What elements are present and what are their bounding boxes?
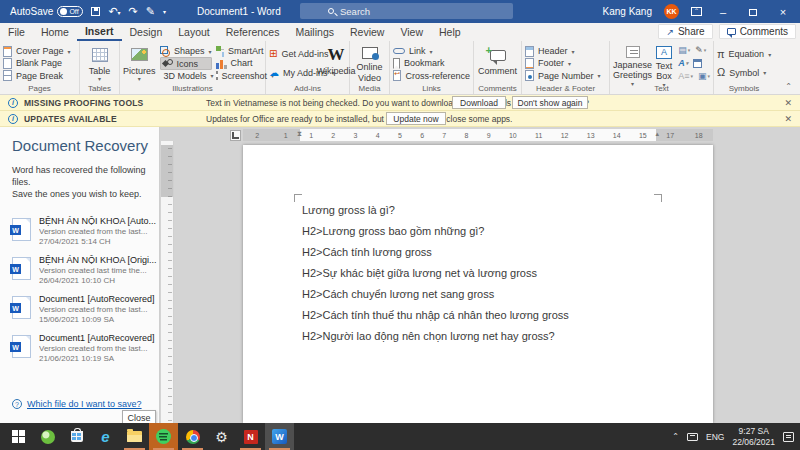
taskbar-file-explorer[interactable] xyxy=(120,423,149,450)
tab-review[interactable]: Review xyxy=(342,23,392,41)
text-line[interactable]: H2>Cách chuyển lương net sang gross xyxy=(302,283,673,304)
get-addins-button[interactable]: ⊞Get Add-ins xyxy=(269,48,321,61)
dont-show-again-button[interactable]: Don't show again xyxy=(512,96,588,109)
footer-button[interactable]: Footer▾ xyxy=(525,57,606,69)
document-page[interactable]: Lương gross là gì? H2>Lương gross bao gồ… xyxy=(243,145,713,423)
smartart-button[interactable]: SmartArt xyxy=(216,45,264,57)
collapse-ribbon-icon[interactable]: ⌃ xyxy=(785,82,792,91)
tray-monitor-icon[interactable] xyxy=(687,433,698,441)
vertical-ruler[interactable] xyxy=(161,141,174,423)
taskbar-green-app[interactable] xyxy=(33,423,62,450)
object-icon[interactable]: ▣▾ xyxy=(698,72,710,81)
notification-close-icon[interactable]: ✕ xyxy=(784,114,792,124)
taskbar-store[interactable] xyxy=(62,423,91,450)
symbol-button[interactable]: ΩSymbol▾ xyxy=(717,66,771,79)
redo-icon[interactable]: ↷ xyxy=(129,6,138,17)
show-hidden-icons[interactable]: ⌃ xyxy=(672,432,679,441)
taskbar-word[interactable]: W xyxy=(265,423,294,450)
blank-page-button[interactable]: Blank Page xyxy=(3,57,76,69)
signature-line-icon[interactable]: ✎▾ xyxy=(695,46,706,55)
comments-button[interactable]: Comments xyxy=(719,24,796,39)
right-indent-marker[interactable]: ▴ xyxy=(655,130,659,137)
tab-references[interactable]: References xyxy=(218,23,288,41)
3d-models-button[interactable]: 3D Models▾ xyxy=(160,70,212,82)
text-box-button[interactable]: A Text Box▾ xyxy=(655,44,673,83)
close-icon[interactable]: × xyxy=(774,6,792,18)
share-button[interactable]: ↗Share xyxy=(658,24,712,39)
customize-quick-access-icon[interactable]: ▾ xyxy=(163,9,166,15)
shapes-button[interactable]: Shapes▾ xyxy=(160,45,212,57)
text-line[interactable]: Lương gross là gì? xyxy=(302,199,673,220)
taskbar-clock[interactable]: 9:27 SA 22/06/2021 xyxy=(732,426,775,447)
minimize-icon[interactable]: – xyxy=(714,6,732,18)
tab-file[interactable]: File xyxy=(0,23,33,41)
undo-icon[interactable]: ↶▾ xyxy=(108,6,120,17)
taskbar-app-n[interactable]: N xyxy=(236,423,265,450)
tab-insert[interactable]: Insert xyxy=(77,23,122,41)
user-name[interactable]: Kang Kang xyxy=(603,6,653,17)
save-icon[interactable] xyxy=(91,7,100,16)
bookmark-button[interactable]: Bookmark xyxy=(393,57,470,69)
my-addins-button[interactable]: ☁My Add-ins▾ xyxy=(269,66,321,79)
drop-cap-icon[interactable]: A≡▾ xyxy=(678,72,693,81)
pictures-button[interactable]: Pictures▾ xyxy=(123,44,156,83)
text-line[interactable]: H2>Sự khác biệt giữa lương net và lương … xyxy=(302,262,673,283)
text-line[interactable]: H2>Người lao động nên chọn lương net hay… xyxy=(302,325,673,346)
language-indicator[interactable]: ENG xyxy=(706,432,724,442)
update-now-button[interactable]: Update now xyxy=(386,112,446,125)
online-video-button[interactable]: Online Video xyxy=(353,44,386,83)
taskbar-spotify[interactable] xyxy=(149,423,178,450)
recovered-file-item[interactable]: BỆNH ÁN NỘI KHOA [Auto...Version created… xyxy=(12,216,149,246)
cover-page-button[interactable]: Cover Page▾ xyxy=(3,45,76,57)
taskbar-settings[interactable]: ⚙ xyxy=(207,423,236,450)
header-button[interactable]: Header▾ xyxy=(525,45,606,57)
tab-view[interactable]: View xyxy=(392,23,431,41)
text-line[interactable]: H2>Cách tính thuế thu nhập cá nhân theo … xyxy=(302,304,673,325)
search-input[interactable]: Search xyxy=(300,3,513,19)
ribbon-display-options-icon[interactable]: ⌃ xyxy=(691,7,702,16)
tab-mailings[interactable]: Mailings xyxy=(287,23,342,41)
cross-reference-button[interactable]: Cross-reference xyxy=(393,70,470,82)
recovery-close-button[interactable]: Close xyxy=(122,410,156,423)
page-number-button[interactable]: Page Number▾ xyxy=(525,70,606,82)
action-center-icon[interactable] xyxy=(783,432,794,442)
japanese-greetings-button[interactable]: Japanese Greetings▾ xyxy=(613,44,652,83)
tab-help[interactable]: Help xyxy=(431,23,469,41)
text-line[interactable]: H2>Cách tính lương gross xyxy=(302,241,673,262)
icons-button[interactable]: Icons xyxy=(160,57,212,69)
start-button[interactable] xyxy=(4,423,33,450)
autosave-toggle[interactable]: AutoSave Off xyxy=(10,6,83,17)
horizontal-ruler[interactable]: 21 12 34 56 78 910 1112 1314 15 1718 ⧗ ▴ xyxy=(243,129,713,141)
tab-home[interactable]: Home xyxy=(33,23,77,41)
autosave-switch-icon[interactable]: Off xyxy=(57,6,83,17)
comment-button[interactable]: Comment xyxy=(477,44,518,83)
download-button[interactable]: Download xyxy=(452,96,506,109)
document-text[interactable]: Lương gross là gì? H2>Lương gross bao gồ… xyxy=(302,199,673,346)
notification-close-icon[interactable]: ✕ xyxy=(784,98,792,108)
wikipedia-button[interactable]: W Wikipedia xyxy=(323,44,349,83)
text-line[interactable]: H2>Lương gross bao gồm những gì? xyxy=(302,220,673,241)
first-line-indent-marker[interactable]: ⧗ xyxy=(297,130,302,137)
tab-selector-icon[interactable] xyxy=(230,130,241,141)
date-time-icon[interactable] xyxy=(693,59,702,68)
equation-button[interactable]: πEquation▾ xyxy=(717,48,771,61)
table-button[interactable]: Table▾ xyxy=(83,44,116,83)
ribbon: Cover Page▾ Blank Page Page Break Pages … xyxy=(0,41,800,95)
chart-button[interactable]: Chart xyxy=(216,57,264,69)
tab-layout[interactable]: Layout xyxy=(170,23,218,41)
recovered-file-item[interactable]: BỆNH ÁN NỘI KHOA [Origi...Version create… xyxy=(12,255,149,285)
taskbar-internet-explorer[interactable]: e xyxy=(91,423,120,450)
pen-icon[interactable]: ✎ xyxy=(146,6,155,17)
link-button[interactable]: Link▾ xyxy=(393,45,470,57)
which-file-link[interactable]: Which file do I want to save? xyxy=(27,399,142,409)
quick-parts-icon[interactable]: ▤▾ xyxy=(678,46,690,55)
tab-design[interactable]: Design xyxy=(122,23,171,41)
restore-icon[interactable] xyxy=(744,6,762,18)
taskbar-chrome[interactable] xyxy=(178,423,207,450)
avatar[interactable]: KK xyxy=(664,4,679,19)
wordart-icon[interactable]: A▾ xyxy=(678,59,688,68)
page-break-button[interactable]: Page Break xyxy=(3,70,76,82)
recovered-file-item[interactable]: Document1 [AutoRecovered]Version created… xyxy=(12,294,149,324)
screenshot-button[interactable]: Screenshot▾ xyxy=(216,70,264,82)
recovered-file-item[interactable]: Document1 [AutoRecovered]Version created… xyxy=(12,333,149,363)
